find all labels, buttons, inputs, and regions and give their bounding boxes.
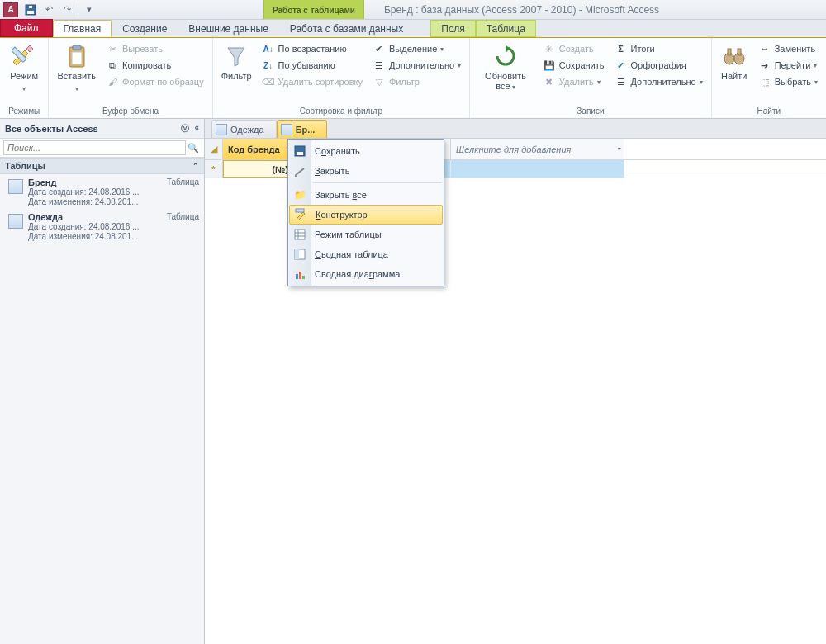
refresh-icon [492, 43, 519, 69]
copy-button[interactable]: ⧉Копировать [102, 58, 207, 73]
tab-database-tools[interactable]: Работа с базами данных [279, 20, 414, 37]
ctx-pivot-chart[interactable]: Сводная диаграмма [288, 264, 444, 284]
ctx-save[interactable]: Сохранить [288, 141, 444, 161]
select-all-cell[interactable]: ◢ [205, 139, 223, 159]
nav-item-name: Одежда [28, 212, 63, 222]
context-menu: Сохранить Закрыть 📁 Закрыть все Конструк… [287, 139, 444, 286]
nav-header-label: Все объекты Access [5, 124, 98, 134]
totals-button[interactable]: ΣИтоги [611, 41, 706, 56]
ctx-separator [313, 182, 442, 183]
replace-button[interactable]: ↔Заменить [755, 41, 821, 56]
nav-item-brand[interactable]: БрендТаблица Дата создания: 24.08.2016 .… [0, 174, 204, 209]
column-header-brand-id[interactable]: Код бренда ▾ [223, 139, 294, 159]
records-more-button[interactable]: ☰Дополнительно [611, 74, 706, 89]
sort-ascending-button[interactable]: A↓По возрастанию [259, 41, 366, 56]
tab-table[interactable]: Таблица [476, 20, 536, 37]
ribbon-group-clipboard: Вставить ✂Вырезать ⧉Копировать 🖌Формат п… [49, 38, 212, 118]
qat-separator [78, 3, 78, 17]
funnel-small-icon: ▽ [373, 75, 386, 88]
delete-icon: ✖ [543, 75, 556, 88]
ctx-datasheet-view[interactable]: Режим таблицы [288, 225, 444, 244]
nav-item-type: Таблица [167, 178, 199, 187]
nav-item-type: Таблица [167, 212, 199, 221]
nav-category-tables[interactable]: Таблицы ⌃ [0, 158, 204, 174]
cell-brand-id[interactable]: (№) [223, 160, 294, 178]
new-record-button[interactable]: ✳Создать [539, 41, 608, 56]
title-bar: A ↶ ↷ ▾ Работа с таблицами Бренд : база … [0, 0, 826, 20]
column-header-add-field[interactable]: Щелкните для добавления ▾ [451, 139, 624, 159]
goto-icon: ➔ [758, 59, 771, 72]
tab-home[interactable]: Главная [53, 20, 112, 37]
paste-button-label: Вставить [57, 71, 96, 94]
save-icon [292, 144, 307, 159]
selection-icon: ✔ [373, 42, 386, 55]
contextual-tab-header: Работа с таблицами [263, 0, 364, 19]
delete-record-button[interactable]: ✖Удалить [539, 74, 608, 89]
ctx-design-view[interactable]: Конструктор [289, 205, 443, 225]
ribbon-group-records-label: Записи [475, 105, 706, 118]
row-selector-new[interactable]: * [205, 160, 223, 178]
ribbon-group-records: Обновить все ✳Создать 💾Сохранить ✖Удалит… [470, 38, 712, 118]
qat-redo-icon[interactable]: ↷ [58, 2, 76, 18]
collapse-chevron-icon: ⌃ [192, 162, 199, 170]
filter-button-label: Фильтр [221, 71, 252, 81]
mode-button[interactable]: Режим [5, 41, 43, 96]
filter-button[interactable]: Фильтр [218, 41, 255, 83]
paste-button[interactable]: Вставить [54, 41, 99, 96]
qat-undo-icon[interactable]: ↶ [40, 2, 58, 18]
datasheet-icon [292, 227, 307, 242]
search-icon[interactable]: 🔍 [186, 140, 201, 155]
qat-save-icon[interactable] [21, 2, 40, 18]
table-icon [281, 124, 292, 135]
nav-collapse-icon[interactable]: « [194, 123, 199, 135]
sort-descending-button[interactable]: Z↓По убыванию [259, 58, 366, 73]
ctx-close-all[interactable]: 📁 Закрыть все [288, 185, 444, 205]
replace-icon: ↔ [758, 42, 771, 55]
tab-file[interactable]: Файл [0, 19, 53, 37]
format-painter-button[interactable]: 🖌Формат по образцу [102, 74, 207, 89]
find-button[interactable]: Найти [717, 41, 752, 83]
window-title: Бренд : база данных (Access 2007 - 2010)… [384, 4, 659, 16]
refresh-all-button[interactable]: Обновить все [475, 41, 536, 94]
sort-asc-icon: A↓ [262, 42, 275, 55]
funnel-icon [223, 43, 249, 69]
column-dropdown-icon[interactable]: ▾ [617, 145, 620, 153]
ribbon-group-find-label: Найти [717, 105, 821, 118]
svg-rect-10 [738, 49, 741, 55]
spelling-button[interactable]: ✓Орфография [611, 58, 706, 73]
select-button[interactable]: ⬚Выбрать [755, 74, 821, 89]
cut-button[interactable]: ✂Вырезать [102, 41, 207, 56]
spellcheck-icon: ✓ [615, 59, 628, 72]
qat-customize-icon[interactable]: ▾ [80, 2, 98, 18]
tab-create[interactable]: Создание [112, 20, 178, 37]
save-record-button[interactable]: 💾Сохранить [539, 58, 608, 73]
tab-fields[interactable]: Поля [430, 20, 476, 37]
selection-button[interactable]: ✔Выделение [369, 41, 464, 56]
ctx-close[interactable]: Закрыть [288, 161, 444, 181]
nav-dropdown-icon[interactable]: ⓥ [181, 123, 189, 135]
cell-addnew[interactable] [451, 160, 624, 178]
advanced-button[interactable]: ☰Дополнительно [369, 58, 464, 73]
goto-button[interactable]: ➔Перейти [755, 58, 821, 73]
svg-rect-9 [728, 49, 731, 55]
tab-external-data[interactable]: Внешние данные [178, 20, 279, 37]
datasheet-area: Одежда Бр... ◢ Код бренда ▾ Щелкните для… [205, 119, 826, 644]
nav-header[interactable]: Все объекты Access ⓥ « [0, 119, 204, 139]
clipboard-icon [64, 43, 90, 69]
table-icon [216, 124, 227, 135]
sigma-icon: Σ [615, 42, 628, 55]
clear-sort-button[interactable]: ⌫Удалить сортировку [259, 74, 366, 89]
toggle-filter-button[interactable]: ▽Фильтр [369, 74, 464, 89]
more-icon: ☰ [615, 75, 628, 88]
nav-search-input[interactable] [3, 140, 186, 155]
nav-item-modified: Дата изменения: 24.08.201... [28, 197, 199, 207]
svg-rect-19 [295, 249, 299, 259]
nav-item-clothes[interactable]: ОдеждаТаблица Дата создания: 24.08.2016 … [0, 209, 204, 244]
work-area: Все объекты Access ⓥ « 🔍 Таблицы ⌃ Бренд… [0, 119, 826, 644]
ctx-pivot-table[interactable]: Сводная таблица [288, 244, 444, 264]
nav-item-created: Дата создания: 24.08.2016 ... [28, 222, 199, 232]
datasheet-tab-clothes[interactable]: Одежда [211, 120, 277, 138]
datasheet-tab-brand[interactable]: Бр... [277, 120, 328, 138]
folder-icon: 📁 [292, 187, 307, 202]
app-icon: A [3, 2, 18, 17]
